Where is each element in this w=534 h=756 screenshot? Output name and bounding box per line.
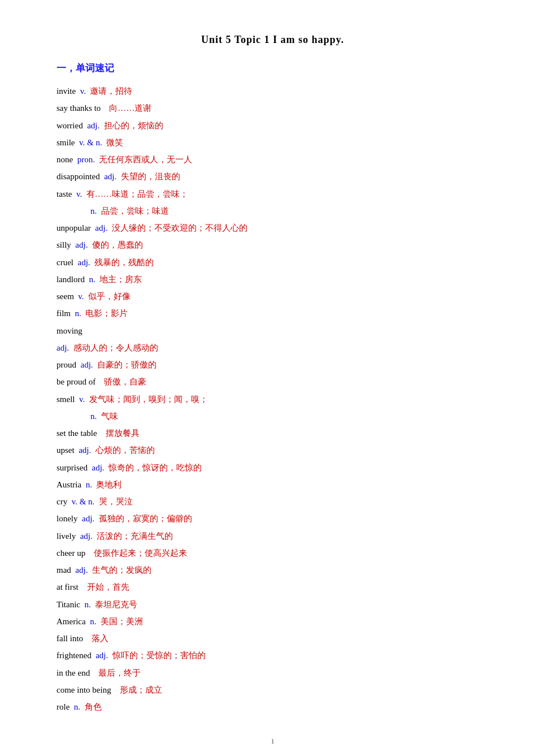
list-item: come into being 形成；成立 (57, 682, 489, 697)
page-number: 1 (57, 737, 489, 746)
list-item: in the end 最后，终于 (57, 666, 489, 680)
list-item: disappointed adj. 失望的，沮丧的 (57, 169, 489, 184)
list-item: say thanks to 向……道谢 (57, 101, 489, 115)
list-item: seem v. 似乎，好像 (57, 289, 489, 304)
list-item: moving (57, 323, 489, 338)
list-item: smile v. & n. 微笑 (57, 135, 489, 150)
list-item: invite v. 邀请，招待 (57, 84, 489, 98)
list-item: America n. 美国；美洲 (57, 614, 489, 629)
list-item: cheer up 使振作起来；使高兴起来 (57, 546, 489, 560)
list-item: landlord n. 地主；房东 (57, 272, 489, 287)
list-item: n. 品尝，尝味；味道 (57, 204, 489, 218)
list-item: mad adj. 生气的；发疯的 (57, 563, 489, 577)
list-item: lonely adj. 孤独的，寂寞的；偏僻的 (57, 511, 489, 526)
word-list: invite v. 邀请，招待say thanks to 向……道谢worrie… (57, 84, 489, 714)
list-item: frightened adj. 惊吓的；受惊的；害怕的 (57, 648, 489, 663)
list-item: adj. 感动人的；令人感动的 (57, 340, 489, 355)
list-item: proud adj. 自豪的；骄傲的 (57, 357, 489, 372)
list-item: cry v. & n. 哭，哭泣 (57, 494, 489, 509)
list-item: fall into 落入 (57, 631, 489, 646)
list-item: smell v. 发气味；闻到，嗅到；闻，嗅； (57, 392, 489, 407)
section-heading: 一，单词速记 (57, 62, 489, 75)
list-item: role n. 角色 (57, 699, 489, 714)
list-item: cruel adj. 残暴的，残酷的 (57, 255, 489, 270)
list-item: taste v. 有……味道；品尝，尝味； (57, 187, 489, 201)
list-item: set the table 摆放餐具 (57, 426, 489, 440)
list-item: at first 开始，首先 (57, 580, 489, 594)
list-item: n. 气味 (57, 409, 489, 424)
list-item: film n. 电影；影片 (57, 306, 489, 321)
list-item: surprised adj. 惊奇的，惊讶的，吃惊的 (57, 460, 489, 475)
list-item: Titanic n. 泰坦尼克号 (57, 597, 489, 612)
list-item: upset adj. 心烦的，苦恼的 (57, 443, 489, 457)
list-item: Austria n. 奥地利 (57, 477, 489, 492)
list-item: silly adj. 傻的，愚蠢的 (57, 237, 489, 252)
list-item: worried adj. 担心的，烦恼的 (57, 118, 489, 133)
list-item: lively adj. 活泼的；充满生气的 (57, 529, 489, 543)
page-title: Unit 5 Topic 1 I am so happy. (57, 34, 489, 46)
list-item: unpopular adj. 没人缘的；不受欢迎的；不得人心的 (57, 221, 489, 235)
list-item: be proud of 骄傲，自豪 (57, 374, 489, 389)
list-item: none pron. 无任何东西或人，无一人 (57, 152, 489, 167)
